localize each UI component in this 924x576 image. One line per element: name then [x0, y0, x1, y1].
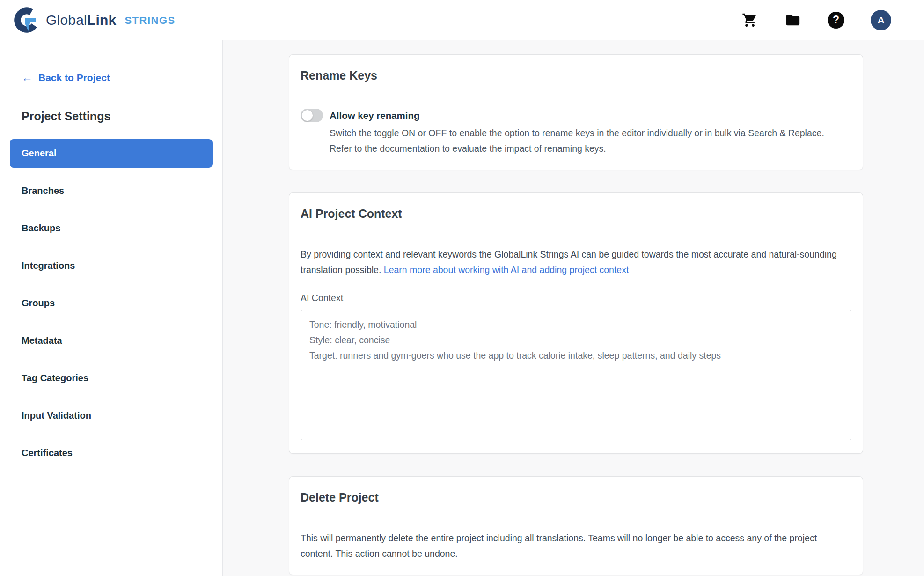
ai-project-context-description: By providing context and relevant keywor…	[301, 247, 851, 278]
logo-wordmark: GlobalLink	[46, 12, 116, 28]
top-header: GlobalLink STRINGS ? A	[0, 0, 924, 40]
sidebar-item-certificates[interactable]: Certificates	[10, 439, 213, 467]
sidebar-item-backups[interactable]: Backups	[10, 214, 213, 243]
sidebar-item-groups[interactable]: Groups	[10, 289, 213, 318]
globallink-logo-icon	[14, 7, 39, 33]
sidebar-item-tag-categories[interactable]: Tag Categories	[10, 364, 213, 392]
ai-context-textarea[interactable]: Tone: friendly, motivational Style: clea…	[301, 310, 851, 440]
delete-project-title: Delete Project	[301, 491, 851, 504]
sidebar-title: Project Settings	[22, 110, 213, 123]
sidebar-item-integrations[interactable]: Integrations	[10, 251, 213, 280]
header-actions: ? A	[741, 10, 891, 30]
settings-content: Rename Keys Allow key renaming Switch th…	[223, 40, 924, 576]
globallink-logo[interactable]: GlobalLink STRINGS	[14, 7, 176, 33]
delete-project-description: This will permanently delete the entire …	[301, 531, 851, 561]
app-window: GlobalLink STRINGS ? A ← Back to Project…	[0, 0, 924, 576]
toggle-knob	[301, 110, 313, 121]
folder-icon[interactable]	[785, 12, 801, 29]
cart-icon[interactable]	[741, 12, 758, 29]
allow-key-renaming-row: Allow key renaming Switch the toggle ON …	[301, 108, 851, 156]
back-to-project-link[interactable]: ← Back to Project	[22, 72, 213, 83]
help-icon[interactable]: ?	[828, 12, 844, 29]
ai-learn-more-link[interactable]: Learn more about working with AI and add…	[384, 265, 629, 275]
back-arrow-icon: ←	[22, 73, 33, 82]
allow-key-renaming-toggle[interactable]	[301, 109, 323, 122]
sidebar-item-branches[interactable]: Branches	[10, 177, 213, 205]
settings-sidebar: ← Back to Project Project Settings Gener…	[0, 40, 223, 576]
user-avatar[interactable]: A	[871, 10, 891, 30]
rename-keys-card: Rename Keys Allow key renaming Switch th…	[289, 54, 863, 170]
sidebar-item-metadata[interactable]: Metadata	[10, 326, 213, 355]
back-link-label: Back to Project	[38, 72, 110, 83]
sidebar-item-general[interactable]: General	[10, 139, 213, 168]
ai-project-context-title: AI Project Context	[301, 207, 851, 221]
ai-context-field-label: AI Context	[301, 293, 851, 303]
sidebar-item-input-validation[interactable]: Input Validation	[10, 401, 213, 430]
rename-keys-title: Rename Keys	[301, 69, 851, 82]
delete-project-card: Delete Project This will permanently del…	[289, 476, 863, 575]
allow-key-renaming-label: Allow key renaming	[330, 108, 847, 123]
logo-product-name: STRINGS	[125, 15, 175, 27]
ai-project-context-card: AI Project Context By providing context …	[289, 192, 863, 454]
rename-keys-description: Switch the toggle ON or OFF to enable th…	[330, 126, 847, 156]
